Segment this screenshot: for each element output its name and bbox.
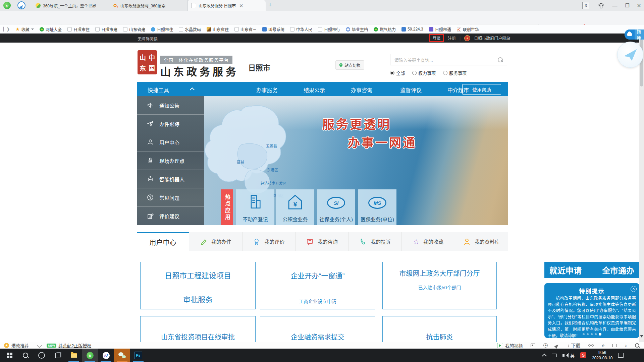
collapse-sidebar-icon[interactable]: ▏❯ [3,27,10,32]
add-icon[interactable]: + [543,343,548,348]
ie-mode-icon[interactable]: e [602,343,604,348]
task-view-button[interactable] [50,349,66,362]
browser-logo-icon[interactable]: e [3,2,11,9]
card-construction-approval[interactable]: 日照市工程建设项目 审批服务 [140,262,256,309]
tab-my-inquiries[interactable]: 我的咨询 [295,232,348,251]
chevron-icon[interactable] [37,343,42,348]
card-department-halls[interactable]: 市级网上政务大厅部门分厅 已入驻市级50个部门 [382,262,497,309]
tab-user-center[interactable]: 用户中心 [137,232,189,251]
scroll-down-icon[interactable] [640,335,643,339]
filter-all[interactable]: 全部 [390,70,405,76]
help-button[interactable]: 使用帮助 [462,84,501,95]
site-search-input[interactable]: 请输入关键字查询... [390,54,507,65]
register-link[interactable]: 注册 [448,35,456,41]
floating-bird-widget[interactable] [617,42,643,68]
browser-360-button[interactable]: e [82,349,98,362]
new-tab-button[interactable]: + [268,2,272,9]
bookmark-item[interactable]: 中华人民 [290,26,312,32]
tile-real-estate[interactable]: 不动产登记 [236,189,274,225]
filter-power-items[interactable]: 权力事项 [412,70,436,76]
nav-banshi-fuwu[interactable]: 办事服务 [256,86,278,94]
bookmark-item[interactable]: 日照市行 [318,26,340,32]
mute-icon[interactable]: ♪ [625,343,627,348]
bookmark-item[interactable]: 山东省住 [207,26,229,32]
sogou-input-icon[interactable]: S [580,352,586,358]
sidebar-item-notices[interactable]: 通知公告 [137,96,204,115]
site-switch-button[interactable]: 站点切换 [335,60,364,70]
bookmark-item[interactable]: +燃气热力 [374,26,396,32]
radio-icon[interactable] [443,71,447,75]
search-icon[interactable] [498,57,503,62]
sidebar-item-robot[interactable]: 智能机器人 [137,170,204,188]
download-button[interactable]: ↓ 下载 [567,343,580,348]
nearby-apply-banner[interactable]: 就近申请 全市通办 [544,262,639,278]
tab-count-badge[interactable]: 3 [582,2,589,9]
my-video-button[interactable]: 我的视频 [497,342,523,349]
restore-button[interactable]: ❐ [622,0,633,11]
cloud-drag-badge[interactable]: 拖拽 [625,29,644,40]
taskbar-clock[interactable]: 9:56 2020-08-10 [592,350,612,361]
bookmark-item[interactable]: 毕业生档 [346,26,368,32]
radio-checked-icon[interactable] [390,71,394,75]
compass-icon[interactable] [17,1,25,9]
bookmark-item[interactable]: 山东省建 [123,26,145,32]
input-language[interactable]: 英 [570,352,575,359]
reading-mode-icon[interactable] [588,344,594,347]
iu-app-button[interactable]: iU [98,349,114,362]
bookmark-item[interactable]: 日照市住 [67,26,90,32]
close-icon[interactable]: ✕ [631,286,637,292]
start-button[interactable] [1,349,17,362]
tab-360-search[interactable]: O, 山东政务服务网_360搜索 [110,0,188,11]
favorites-button[interactable]: ★收藏 [15,26,34,32]
page-search-icon[interactable] [635,343,639,348]
snapshot-icon[interactable] [531,344,535,347]
bookmark-item[interactable]: 日照市住 [151,26,173,32]
sidebar-item-faq[interactable]: 常见问题 [137,188,204,207]
tile-medical-insurance[interactable]: MS 医保业务(单位) [358,189,396,225]
cortana-button[interactable] [34,349,50,362]
bookmark-item[interactable]: IC联创世华 [457,26,479,32]
minimize-button[interactable]: — [609,0,621,11]
radio-icon[interactable] [412,71,417,75]
nav-jieguo-gongshi[interactable]: 结果公示 [304,86,325,94]
skin-icon[interactable] [595,0,607,11]
tray-expand-icon[interactable] [542,353,547,358]
tile-social-insurance[interactable]: SI 社保业务(个人) [317,189,355,225]
tab-my-favorites[interactable]: ☆ 我的收藏 [401,232,455,251]
close-button[interactable]: ✕ [633,0,644,11]
hot-recommend[interactable]: ★ 爆款推荐 [4,342,29,349]
tab-my-documents[interactable]: 我的资料库 [455,232,508,251]
bookmark-item[interactable]: 叫号系统 [262,26,284,32]
nav-banshi-zixun[interactable]: 办事咨询 [351,86,372,94]
nav-jiandu-pingyi[interactable]: 监督评议 [400,86,422,94]
tablet-mode-icon[interactable] [552,354,557,357]
sidebar-item-tracking[interactable]: 办件跟踪 [137,115,204,133]
login-link[interactable]: 登录 [429,34,444,42]
volume-icon[interactable] [562,354,565,357]
file-explorer-button[interactable] [66,349,82,362]
bookmark-item[interactable]: 日照市建 [95,26,117,32]
tab-my-reviews[interactable]: 我的评价 [242,232,296,251]
page-scrollbar[interactable] [639,34,644,342]
wechat-button[interactable] [114,349,130,362]
tile-housing-fund[interactable]: ¥ 公积金业务 [276,189,314,225]
window-split-icon[interactable] [612,344,616,347]
tab-my-items[interactable]: 我的办件 [189,232,242,251]
bookmark-item[interactable]: 水晶数码 [179,26,201,32]
hero-banner[interactable]: 五莲县 莒县 东港区 经济技术开发区 岚山区 服务更透明 办事一网通 热点应用 … [204,96,508,225]
boost-icon[interactable] [554,342,561,349]
nearby-apply-label[interactable]: 就近申请 [549,264,582,276]
bookmark-item[interactable]: +网址大全 [40,26,62,32]
tab-360-nav[interactable]: 360导航_一个主页，整个世界 [32,0,110,11]
card-enterprise-onestop[interactable]: 企业开办“一窗通” 工商企业设立申请 [260,262,375,309]
tab-active-rizhao[interactable]: 山东政务服务 日照市 ✕ [188,0,266,11]
sidebar-item-user-center[interactable]: 用户中心 [137,133,204,152]
tab-close-icon[interactable]: ✕ [239,3,243,8]
bookmark-item[interactable]: 59.224.3 [401,27,423,32]
promo-link[interactable]: 莽荒纪2正版授权 [58,342,91,349]
sidebar-item-onsite-points[interactable]: 现场办理点 [137,152,204,170]
tab-my-complaints[interactable]: 我的投诉 [348,232,402,251]
sidebar-item-feedback[interactable]: 评价建议 [137,207,204,225]
bookmark-item[interactable]: 山东省三 [234,26,257,32]
citywide-label[interactable]: 全市通办 [602,264,634,276]
